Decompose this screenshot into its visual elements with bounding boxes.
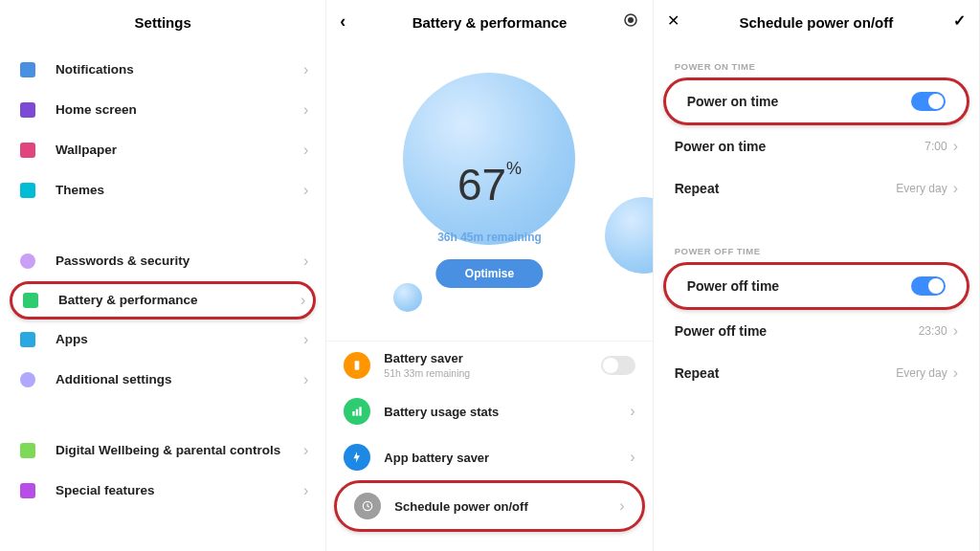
- close-icon[interactable]: ✕: [667, 11, 679, 30]
- power-on-toggle-row[interactable]: Power on time: [663, 77, 969, 125]
- bubble-med: [605, 197, 653, 274]
- svg-point-1: [628, 18, 633, 23]
- option-battery-usage-stats[interactable]: Battery usage stats ›: [326, 388, 652, 434]
- settings-item-digital-wellbeing[interactable]: Digital Wellbeing & parental controls ›: [0, 430, 325, 471]
- power-off-toggle[interactable]: [911, 276, 946, 296]
- option-schedule-power[interactable]: Schedule power on/off ›: [334, 480, 644, 532]
- notifications-icon: [17, 59, 38, 80]
- option-label: Battery saver: [384, 351, 600, 365]
- chevron-right-icon: ›: [303, 482, 308, 499]
- additional-settings-icon: [17, 369, 38, 390]
- power-off-repeat-row[interactable]: Repeat Every day ›: [654, 352, 979, 394]
- battery-percent-suffix: %: [506, 159, 522, 178]
- power-on-repeat-label: Repeat: [675, 181, 897, 196]
- chevron-right-icon: ›: [953, 322, 958, 340]
- settings-item-passwords-security[interactable]: Passwords & security ›: [0, 241, 325, 281]
- schedule-title-bar: ✕ Schedule power on/off ✓: [654, 0, 979, 44]
- settings-item-special-features[interactable]: Special features ›: [0, 471, 325, 511]
- bubble-sm: [393, 283, 422, 312]
- battery-title: Battery & performance: [412, 14, 568, 31]
- chevron-right-icon: ›: [303, 101, 308, 119]
- list-item-label: Digital Wellbeing & parental controls: [56, 443, 303, 458]
- option-label: Schedule power on/off: [394, 499, 619, 514]
- chart-icon: [344, 398, 370, 425]
- power-off-time-value: 23:30: [919, 324, 947, 338]
- option-label: Battery usage stats: [384, 405, 630, 419]
- option-sublabel: 51h 33m remaining: [384, 367, 600, 379]
- settings-item-battery-performance[interactable]: Battery & performance ›: [10, 281, 316, 320]
- settings-item-wallpaper[interactable]: Wallpaper ›: [0, 130, 325, 170]
- chevron-right-icon: ›: [953, 180, 958, 197]
- chevron-right-icon: ›: [303, 182, 308, 199]
- section-head-power-on: POWER ON TIME: [654, 44, 979, 77]
- chevron-right-icon: ›: [303, 331, 308, 348]
- chevron-right-icon: ›: [630, 403, 635, 420]
- power-on-repeat-row[interactable]: Repeat Every day ›: [654, 167, 979, 209]
- optimise-button[interactable]: Optimise: [436, 259, 543, 288]
- power-on-time-label: Power on time: [675, 139, 925, 154]
- power-on-toggle[interactable]: [911, 92, 946, 111]
- power-on-time-value: 7:00: [924, 140, 947, 153]
- settings-item-home-screen[interactable]: Home screen ›: [0, 90, 325, 130]
- panel-settings: Settings Notifications › Home screen › W…: [0, 0, 326, 551]
- settings-item-themes[interactable]: Themes ›: [0, 170, 325, 210]
- list-item-label: Themes: [56, 183, 303, 198]
- option-battery-saver[interactable]: Battery saver 51h 33m remaining: [326, 342, 652, 388]
- svg-rect-4: [356, 409, 358, 416]
- battery-icon: [20, 290, 41, 311]
- bolt-icon: [344, 444, 370, 471]
- home-icon: [17, 99, 38, 121]
- chevron-right-icon: ›: [303, 371, 308, 388]
- power-off-toggle-row[interactable]: Power off time: [663, 262, 969, 310]
- gear-icon[interactable]: [622, 11, 639, 32]
- power-off-repeat-label: Repeat: [675, 365, 897, 381]
- option-label: App battery saver: [384, 451, 630, 465]
- back-icon[interactable]: ‹: [340, 11, 345, 32]
- chevron-right-icon: ›: [630, 449, 635, 466]
- settings-title: Settings: [135, 14, 191, 31]
- section-head-power-off: POWER OFF TIME: [654, 229, 979, 262]
- list-item-label: Wallpaper: [56, 143, 303, 158]
- apps-icon: [17, 329, 38, 350]
- panel-schedule-power: ✕ Schedule power on/off ✓ POWER ON TIME …: [654, 0, 980, 551]
- option-app-battery-saver[interactable]: App battery saver ›: [326, 434, 652, 480]
- chevron-right-icon: ›: [303, 442, 308, 459]
- settings-title-bar: Settings: [0, 0, 325, 44]
- power-on-time-row[interactable]: Power on time 7:00 ›: [654, 125, 979, 167]
- settings-list-group-1: Notifications › Home screen › Wallpaper …: [0, 44, 325, 216]
- wallpaper-icon: [17, 140, 38, 161]
- settings-item-apps[interactable]: Apps ›: [0, 320, 325, 360]
- settings-list-group-2: Passwords & security › Battery & perform…: [0, 235, 325, 406]
- panel-battery-performance: ‹ Battery & performance 67% 36h 45m rema…: [326, 0, 653, 551]
- settings-item-additional-settings[interactable]: Additional settings ›: [0, 360, 325, 400]
- battery-remaining: 36h 45m remaining: [437, 231, 542, 244]
- power-off-time-row[interactable]: Power off time 23:30 ›: [654, 310, 979, 352]
- chevron-right-icon: ›: [303, 142, 308, 159]
- chevron-right-icon: ›: [619, 497, 624, 515]
- list-item-label: Apps: [56, 332, 303, 347]
- list-item-label: Special features: [56, 483, 303, 498]
- battery-percent: 67%: [457, 159, 522, 210]
- check-icon[interactable]: ✓: [953, 11, 966, 30]
- schedule-title: Schedule power on/off: [739, 14, 893, 31]
- special-features-icon: [17, 480, 38, 501]
- battery-title-bar: ‹ Battery & performance: [326, 0, 652, 44]
- power-on-toggle-label: Power on time: [687, 94, 911, 109]
- security-icon: [17, 251, 38, 272]
- chevron-right-icon: ›: [953, 138, 958, 155]
- chevron-right-icon: ›: [303, 253, 308, 270]
- themes-icon: [17, 180, 38, 201]
- battery-visual: 67% 36h 45m remaining Optimise: [326, 44, 652, 341]
- power-off-toggle-label: Power off time: [687, 278, 911, 294]
- clock-icon: [354, 493, 381, 519]
- power-on-repeat-value: Every day: [896, 182, 947, 195]
- battery-saver-toggle[interactable]: [601, 356, 635, 375]
- svg-rect-3: [353, 411, 355, 416]
- settings-list-group-3: Digital Wellbeing & parental controls › …: [0, 425, 325, 517]
- chevron-right-icon: ›: [301, 292, 305, 309]
- list-item-label: Notifications: [56, 62, 303, 77]
- chevron-right-icon: ›: [953, 364, 958, 382]
- svg-rect-5: [360, 407, 362, 415]
- power-off-time-label: Power off time: [675, 323, 919, 339]
- settings-item-notifications[interactable]: Notifications ›: [0, 50, 325, 90]
